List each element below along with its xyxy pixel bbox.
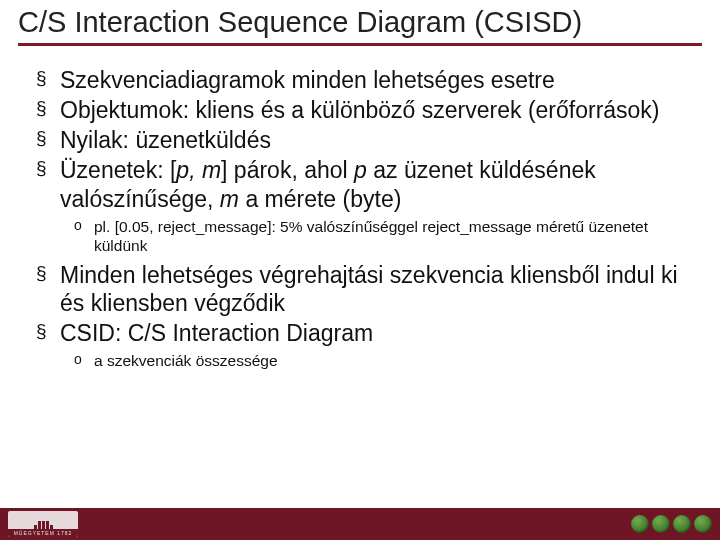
logo-text: MŰEGYETEM 1782 bbox=[8, 529, 78, 537]
bullet-item: Objektumok: kliens és a különböző szerve… bbox=[60, 96, 686, 124]
bullet-item: Minden lehetséges végrehajtási szekvenci… bbox=[60, 261, 686, 317]
badge-icon bbox=[694, 515, 712, 533]
university-logo: MŰEGYETEM 1782 bbox=[8, 511, 78, 537]
bullet-item: Szekvenciadiagramok minden lehetséges es… bbox=[60, 66, 686, 94]
sub-bullet-item: a szekvenciák összessége bbox=[94, 351, 686, 370]
footer-badges bbox=[631, 515, 712, 533]
badge-icon bbox=[652, 515, 670, 533]
bullet-item: Nyilak: üzenetküldés bbox=[60, 126, 686, 154]
badge-icon bbox=[673, 515, 691, 533]
bullet-item: CSID: C/S Interaction Diagrama szekvenci… bbox=[60, 319, 686, 370]
sub-bullet-item: pl. [0.05, reject_message]: 5% valószínű… bbox=[94, 217, 686, 256]
bullet-item: Üzenetek: [p, m] párok, ahol p az üzenet… bbox=[60, 156, 686, 255]
badge-icon bbox=[631, 515, 649, 533]
slide-body: Szekvenciadiagramok minden lehetséges es… bbox=[0, 50, 720, 371]
slide-footer: MŰEGYETEM 1782 bbox=[0, 508, 720, 540]
slide-title: C/S Interaction Sequence Diagram (CSISD) bbox=[18, 6, 702, 46]
